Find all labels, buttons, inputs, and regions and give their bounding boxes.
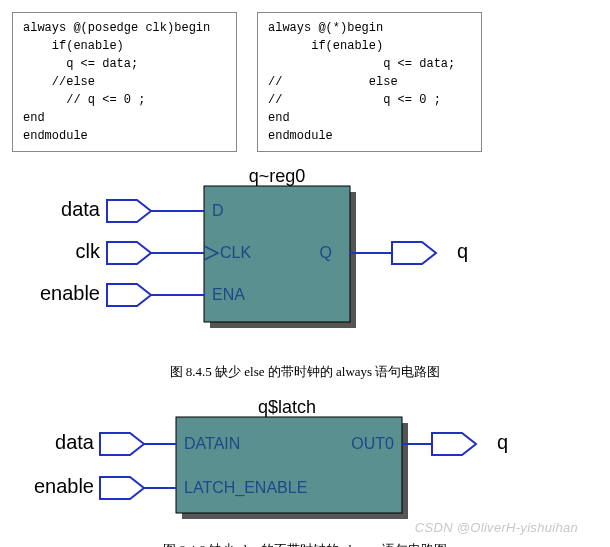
label-clk: clk (76, 240, 101, 262)
input-buffer-icon (107, 242, 151, 264)
label-q: q (457, 240, 468, 262)
code-box-left: always @(posedge clk)begin if(enable) q … (12, 12, 237, 152)
output-buffer-icon (392, 242, 436, 264)
code-row: always @(posedge clk)begin if(enable) q … (12, 12, 598, 152)
port-data: data (61, 198, 204, 222)
input-buffer-icon (100, 477, 144, 499)
chip-body (176, 417, 402, 513)
label-data: data (55, 431, 95, 453)
port-data: data (55, 431, 176, 455)
pin-datain: DATAIN (184, 435, 240, 452)
port-enable: enable (40, 282, 204, 306)
port-clk: clk (76, 240, 204, 264)
pin-d: D (212, 202, 224, 219)
block-title: q~reg0 (249, 166, 306, 186)
figure-845-caption: 图 8.4.5 缺少 else 的带时钟的 always 语句电路图 (12, 363, 598, 381)
pin-latchen: LATCH_ENABLE (184, 479, 307, 497)
figure-846: q$latch DATAIN LATCH_ENABLE OUT0 data en… (12, 395, 598, 547)
pin-ena: ENA (212, 286, 245, 303)
pin-clk: CLK (220, 244, 251, 261)
output-buffer-icon (432, 433, 476, 455)
code-box-right: always @(*)begin if(enable) q <= data; /… (257, 12, 482, 152)
label-q: q (497, 431, 508, 453)
label-enable: enable (34, 475, 94, 497)
port-q-out: q (350, 240, 468, 264)
input-buffer-icon (107, 284, 151, 306)
port-enable: enable (34, 475, 176, 499)
label-enable: enable (40, 282, 100, 304)
figure-845: q~reg0 D CLK ENA Q data clk enable (12, 164, 598, 381)
port-q-out: q (402, 431, 508, 455)
pin-out: OUT0 (351, 435, 394, 452)
watermark-text: CSDN @OliverH-yishuihan (12, 520, 598, 535)
circuit-diagram-reg: q~reg0 D CLK ENA Q data clk enable (12, 164, 572, 354)
block-title: q$latch (258, 397, 316, 417)
input-buffer-icon (100, 433, 144, 455)
label-data: data (61, 198, 101, 220)
input-buffer-icon (107, 200, 151, 222)
pin-q: Q (320, 244, 332, 261)
